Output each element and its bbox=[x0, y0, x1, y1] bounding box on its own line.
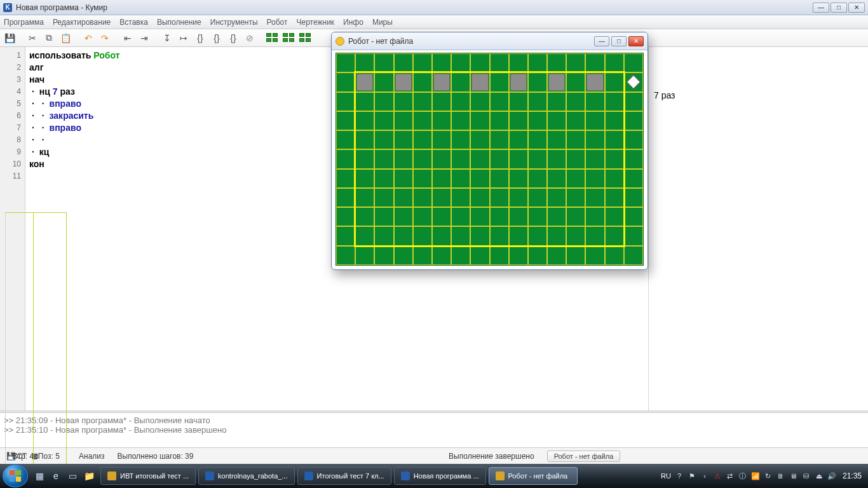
tray-doc-icon[interactable]: 🗎 bbox=[776, 471, 785, 480]
braces3-icon[interactable]: {} bbox=[226, 31, 240, 45]
tray-update-icon[interactable]: ↻ bbox=[764, 471, 773, 480]
painted-cell bbox=[587, 74, 603, 90]
tray-flag-icon[interactable]: ⚑ bbox=[688, 471, 696, 480]
menu-robot[interactable]: Робот bbox=[267, 18, 288, 27]
grid-cell bbox=[585, 246, 604, 265]
tray-clock[interactable]: 21:35 bbox=[843, 471, 862, 480]
status-exec-done: Выполнение завершено bbox=[449, 452, 534, 461]
grid-cell bbox=[566, 53, 585, 72]
painted-cell bbox=[433, 74, 450, 90]
painted-cell bbox=[510, 74, 527, 90]
save-icon[interactable]: 💾 bbox=[3, 31, 17, 45]
tray-shield-icon[interactable]: ⚠ bbox=[713, 471, 722, 480]
grid-cell bbox=[374, 53, 393, 72]
tray-monitor-icon[interactable]: 🖥 bbox=[789, 471, 798, 480]
status-robot-button[interactable]: Робот - нет файла bbox=[547, 451, 621, 462]
taskbar: ▦ e ▭ 📁 ИВТ итоговый тест ...kontrolnaya… bbox=[0, 464, 868, 488]
field-boundary bbox=[354, 71, 625, 247]
menu-insert[interactable]: Вставка bbox=[119, 18, 148, 27]
robot-field[interactable] bbox=[336, 53, 644, 266]
grid-cell bbox=[470, 246, 489, 265]
step-over-icon[interactable]: ↦ bbox=[177, 31, 191, 45]
robot-maximize-button[interactable]: □ bbox=[611, 36, 627, 46]
taskbar-item[interactable]: ИВТ итоговый тест ... bbox=[100, 467, 196, 485]
painted-cell bbox=[471, 74, 488, 90]
tray-disk-icon[interactable]: ⛁ bbox=[802, 471, 811, 480]
indent-icon[interactable]: ⇥ bbox=[137, 31, 151, 45]
tray-eject-icon[interactable]: ⏏ bbox=[815, 471, 824, 480]
run-grid2-icon[interactable] bbox=[282, 31, 296, 45]
line-number: 8 bbox=[0, 134, 21, 146]
taskbar-item-icon bbox=[107, 471, 116, 480]
close-button[interactable]: ✕ bbox=[848, 3, 865, 13]
ql-folder-icon[interactable]: 📁 bbox=[81, 468, 97, 484]
line-number: 11 bbox=[0, 170, 21, 182]
tray-antenna-icon[interactable]: 📶 bbox=[751, 471, 760, 480]
tray-net-icon[interactable]: ⇄ bbox=[726, 471, 735, 480]
grid-cell bbox=[336, 188, 355, 207]
paste-icon[interactable]: 📋 bbox=[58, 31, 72, 45]
grid-cell bbox=[451, 246, 470, 265]
robot-minimize-button[interactable]: — bbox=[594, 36, 609, 46]
robot-title: Робот - нет файла bbox=[348, 37, 413, 46]
grid-cell bbox=[336, 226, 355, 245]
taskbar-item-label: Итоговый тест 7 кл... bbox=[317, 472, 384, 480]
tray-chevron-icon[interactable]: ‹ bbox=[700, 471, 709, 480]
robot-close-button[interactable]: ✕ bbox=[628, 36, 644, 46]
tray-info-icon[interactable]: ⓘ bbox=[738, 471, 747, 480]
tray-help-icon[interactable]: ? bbox=[675, 471, 684, 480]
robot-titlebar[interactable]: Робот - нет файла — □ ✕ bbox=[332, 32, 648, 50]
cut-icon[interactable]: ✂ bbox=[25, 31, 39, 45]
grid-cell bbox=[624, 207, 643, 226]
copy-icon[interactable]: ⧉ bbox=[42, 31, 56, 45]
menu-worlds[interactable]: Миры bbox=[372, 18, 393, 27]
minimize-button[interactable]: — bbox=[813, 3, 829, 13]
grid-cell bbox=[470, 53, 489, 72]
taskbar-item-label: ИВТ итоговый тест ... bbox=[120, 472, 189, 480]
taskbar-item[interactable]: Робот - нет файла bbox=[489, 467, 578, 485]
grid-cell bbox=[528, 246, 547, 265]
ql-browser-icon[interactable]: e bbox=[48, 468, 64, 484]
menu-edit[interactable]: Редактирование bbox=[53, 18, 111, 27]
robot-window[interactable]: Робот - нет файла — □ ✕ bbox=[331, 32, 648, 270]
grid-cell bbox=[336, 149, 355, 168]
start-button[interactable] bbox=[3, 464, 28, 487]
grid-cell bbox=[336, 72, 355, 92]
window-titlebar: K Новая программа - Кумир — □ ✕ bbox=[0, 0, 868, 15]
grid-cell bbox=[509, 53, 528, 72]
grid-cell bbox=[547, 246, 566, 265]
tray-volume-icon[interactable]: 🔊 bbox=[827, 471, 836, 480]
painted-cell bbox=[395, 74, 412, 90]
redo-icon[interactable]: ↷ bbox=[98, 31, 112, 45]
outdent-icon[interactable]: ⇤ bbox=[121, 31, 135, 45]
braces1-icon[interactable]: {} bbox=[193, 31, 207, 45]
run-grid1-icon[interactable] bbox=[266, 31, 280, 45]
menu-tools[interactable]: Инструменты bbox=[210, 18, 258, 27]
menu-run[interactable]: Выполнение bbox=[157, 18, 201, 27]
grid-cell bbox=[509, 246, 528, 265]
grid-cell bbox=[336, 111, 355, 130]
run-grid3-icon[interactable] bbox=[299, 31, 313, 45]
menu-info[interactable]: Инфо bbox=[343, 18, 363, 27]
undo-icon[interactable]: ↶ bbox=[81, 31, 95, 45]
taskbar-item[interactable]: Новая программа ... bbox=[394, 467, 486, 485]
ql-show-desktop-icon[interactable]: ▭ bbox=[65, 468, 80, 484]
braces2-icon[interactable]: {} bbox=[210, 31, 224, 45]
grid-cell bbox=[585, 53, 604, 72]
menu-drafter[interactable]: Чертежник bbox=[297, 18, 335, 27]
grid-cell bbox=[336, 92, 355, 111]
robot-window-buttons: — □ ✕ bbox=[594, 36, 644, 46]
console-pane: >> 21:35:09 - Новая программа* - Выполне… bbox=[0, 413, 868, 447]
taskbar-item[interactable]: kontrolnaya_rabota_... bbox=[198, 467, 294, 485]
taskbar-item[interactable]: Итоговый тест 7 кл... bbox=[297, 467, 391, 485]
step-into-icon[interactable]: ↧ bbox=[160, 31, 174, 45]
stop-icon[interactable]: ⊘ bbox=[243, 31, 257, 45]
grid-cell bbox=[432, 53, 451, 72]
window-buttons: — □ ✕ bbox=[813, 3, 865, 13]
grid-cell bbox=[394, 53, 413, 72]
menu-program[interactable]: Программа bbox=[4, 18, 44, 27]
ql-explorer-icon[interactable]: ▦ bbox=[32, 468, 47, 484]
line-number: 6 bbox=[0, 110, 21, 122]
maximize-button[interactable]: □ bbox=[831, 3, 847, 13]
tray-language[interactable]: RU bbox=[661, 472, 671, 480]
